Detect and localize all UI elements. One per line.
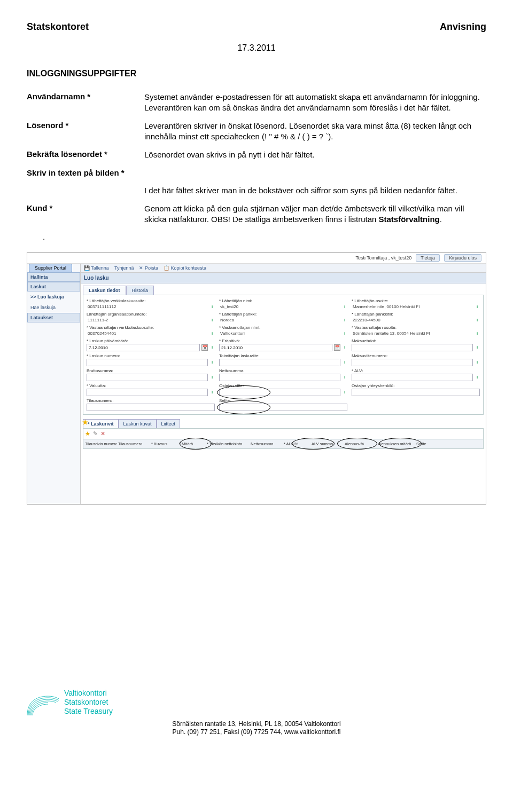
- sidebar-create-invoice[interactable]: >> Luo laskuja: [27, 291, 80, 302]
- info-icon[interactable]: i: [342, 318, 347, 323]
- subtab-attachments[interactable]: Liitteet: [157, 419, 181, 428]
- col-orderno[interactable]: Tilausnumero: [118, 442, 150, 446]
- toolbar: 💾 Tallenna Tyhjennä ✕ Poista 📋 Kopioi ko…: [81, 264, 486, 273]
- inp-invoice-no[interactable]: [87, 359, 208, 366]
- inp-supplier-ref[interactable]: [219, 359, 340, 366]
- sidebar-invoices[interactable]: Laskut: [27, 282, 80, 291]
- info-icon[interactable]: i: [209, 318, 215, 323]
- col-discount-amt[interactable]: Alennuksen määrä: [378, 442, 415, 446]
- inp-order-no[interactable]: [87, 404, 215, 411]
- edit-line-icon[interactable]: ✎: [93, 430, 98, 437]
- logo-text-fi: Valtiokonttori: [64, 689, 113, 698]
- col-unit-net[interactable]: * Yksikön nettohinta: [207, 442, 250, 446]
- inp-payment-terms[interactable]: [352, 344, 473, 351]
- lbl-vat: * ALV:: [352, 368, 480, 373]
- subtab-images[interactable]: Laskun kuvat: [119, 419, 157, 428]
- label-username: Användarnamn *: [27, 92, 144, 113]
- info-icon[interactable]: i: [342, 304, 347, 310]
- col-net-sum[interactable]: Nettosumma: [251, 442, 283, 446]
- text-captcha: I det här fältet skriver man in de bokst…: [144, 185, 486, 196]
- doc-date: 17.3.2011: [27, 43, 486, 53]
- lbl-payment-ref: Maksuviitenumero:: [352, 353, 480, 358]
- inp-due-date[interactable]: 21.12.2010: [219, 344, 332, 351]
- logo-icon: [27, 690, 59, 715]
- inp-currency[interactable]: [87, 389, 208, 396]
- col-note[interactable]: Selite: [416, 442, 438, 446]
- tab-history[interactable]: Historia: [126, 286, 154, 295]
- toolbar-copy[interactable]: 📋 Kopioi kohteesta: [164, 265, 206, 271]
- sidebar-search-invoice[interactable]: Hae laskuja: [27, 302, 80, 313]
- sidebar-admin[interactable]: Hallinta: [27, 272, 80, 282]
- app-screenshot: Testi Toimittaja , vk_test20 Tietoja Kir…: [27, 252, 486, 504]
- page-title: Luo lasku: [81, 273, 486, 283]
- inp-gross[interactable]: [87, 374, 208, 381]
- info-icon[interactable]: i: [475, 331, 480, 336]
- lbl-order-no: Tilausnumero:: [87, 398, 215, 403]
- delete-line-icon[interactable]: ✕: [100, 430, 105, 437]
- add-line-star-icon[interactable]: ★: [85, 430, 90, 437]
- lbl-net: Nettosumma:: [219, 368, 347, 373]
- inp-desc[interactable]: [219, 404, 347, 411]
- col-vat-pct[interactable]: * ALV-%: [284, 442, 310, 446]
- info-icon[interactable]: i: [209, 375, 215, 380]
- lbl-sender-address: * Lähettäjän osoite:: [352, 298, 480, 303]
- info-icon[interactable]: i: [209, 304, 215, 310]
- doc-type: Anvisning: [440, 21, 486, 33]
- toolbar-save[interactable]: 💾 Tallenna: [84, 265, 109, 271]
- lbl-sender-einvoice: * Lähettäjän verkkolaskuosoite:: [87, 298, 215, 303]
- info-icon[interactable]: i: [342, 360, 347, 365]
- logout-button[interactable]: Kirjaudu ulos: [444, 254, 481, 262]
- val-sender-einvoice: 003711111112: [87, 304, 208, 310]
- info-button[interactable]: Tietoja: [416, 254, 440, 262]
- star-icon: ★: [82, 419, 88, 426]
- inp-invoice-date[interactable]: 7.12.2010: [87, 344, 200, 351]
- inp-vat[interactable]: [352, 374, 473, 381]
- val-recip-address: Sörnäisten rantatie 13, 00054 Helsinki F…: [352, 330, 473, 336]
- info-icon[interactable]: i: [209, 345, 215, 350]
- info-icon[interactable]: i: [475, 304, 480, 310]
- inp-payment-ref[interactable]: [352, 359, 473, 366]
- info-icon[interactable]: i: [342, 345, 347, 350]
- lbl-currency: * Valuutta:: [87, 383, 215, 388]
- lbl-invoice-no: * Laskun numero:: [87, 353, 215, 358]
- info-icon[interactable]: i: [209, 331, 215, 336]
- info-icon[interactable]: i: [209, 390, 215, 395]
- line-table-header: Tilausrivin numero Tilausnumero * Kuvaus…: [83, 439, 484, 449]
- info-icon[interactable]: i: [475, 345, 480, 350]
- inp-net[interactable]: [219, 374, 340, 381]
- subtab-invoice-lines[interactable]: ★* Laskurivit: [83, 419, 119, 428]
- info-icon[interactable]: i: [475, 360, 480, 365]
- info-icon[interactable]: i: [209, 360, 215, 365]
- val-sender-address: Mannerheimintie, 00100 Helsinki FI: [352, 304, 473, 310]
- info-icon[interactable]: i: [475, 318, 480, 323]
- lbl-due-date: * Eräpäivä:: [219, 338, 347, 343]
- lbl-sender-account: * Lähettäjän pankkitili:: [352, 312, 480, 317]
- lbl-buyer-contact: Ostajan yhteyshenkilö:: [352, 383, 480, 388]
- info-icon[interactable]: i: [475, 375, 480, 380]
- toolbar-delete[interactable]: ✕ Poista: [139, 265, 158, 271]
- info-icon[interactable]: i: [342, 331, 347, 336]
- toolbar-reset[interactable]: Tyhjennä: [114, 265, 134, 271]
- col-desc[interactable]: * Kuvaus: [151, 442, 178, 446]
- text-confirm: Lösenordet ovan skrivs in på nytt i det …: [144, 149, 486, 160]
- val-sender-account: 222210-44590: [352, 317, 473, 323]
- val-recip-name: Valtiokonttori: [219, 330, 340, 336]
- col-linenum[interactable]: Tilausrivin numero: [85, 442, 117, 446]
- calendar-icon[interactable]: 📅: [201, 344, 208, 351]
- inp-buyer-contact[interactable]: [352, 389, 480, 396]
- current-user: Testi Toimittaja , vk_test20: [355, 255, 411, 261]
- info-icon[interactable]: i: [342, 375, 347, 380]
- tab-invoice-details[interactable]: Laskun tiedot: [83, 286, 126, 295]
- col-vat-sum[interactable]: ALV summa: [312, 442, 344, 446]
- calendar-icon[interactable]: 📅: [334, 344, 340, 351]
- label-confirm: Bekräfta lösenordet *: [27, 149, 144, 160]
- col-qty[interactable]: * Määrä: [179, 442, 206, 446]
- portal-button[interactable]: Supplier Portal: [29, 264, 72, 272]
- logo-text-en: State Treasury: [64, 707, 113, 716]
- col-discount-pct[interactable]: Alennus-%: [345, 442, 377, 446]
- info-icon[interactable]: i: [342, 390, 347, 395]
- lbl-recip-name: * Vastaanottajan nimi:: [219, 325, 347, 330]
- label-password: Lösenord *: [27, 121, 144, 141]
- sidebar-downloads[interactable]: Lataukset: [27, 313, 80, 322]
- inp-buyer-ref[interactable]: [219, 389, 340, 396]
